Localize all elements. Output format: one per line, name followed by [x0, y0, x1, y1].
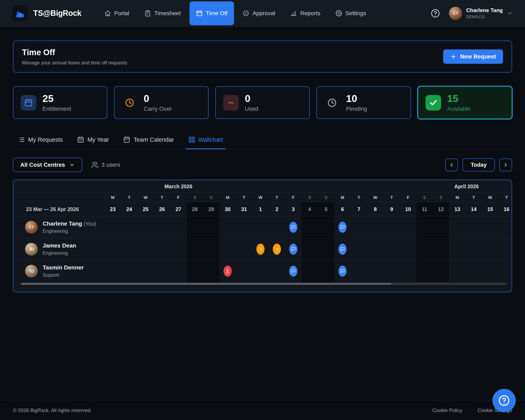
event-flag-badge[interactable] [338, 266, 347, 277]
help-circle-icon[interactable] [431, 9, 440, 18]
day-cell[interactable] [285, 216, 301, 238]
horizontal-scrollbar-thumb[interactable] [21, 283, 391, 285]
event-thermometer-badge[interactable] [224, 266, 232, 277]
event-flag-badge[interactable] [289, 244, 297, 255]
event-palm-badge[interactable] [273, 244, 281, 255]
tab-my-year[interactable]: My Year [75, 136, 111, 149]
day-cell[interactable] [187, 238, 203, 260]
day-cell[interactable] [170, 260, 187, 282]
day-cell[interactable] [400, 238, 416, 260]
day-cell[interactable] [121, 216, 137, 238]
day-cell[interactable] [384, 260, 400, 282]
day-cell[interactable] [301, 216, 318, 238]
day-cell[interactable] [137, 238, 154, 260]
day-cell[interactable] [400, 216, 416, 238]
day-cell[interactable] [236, 260, 252, 282]
stat-card-entitlement[interactable]: 25Entitlement [13, 86, 107, 119]
day-cell[interactable] [219, 216, 236, 238]
day-cell[interactable] [334, 260, 351, 282]
day-cell[interactable] [433, 260, 449, 282]
event-palm-badge[interactable] [256, 244, 264, 255]
day-cell[interactable] [466, 238, 482, 260]
day-cell[interactable] [137, 216, 154, 238]
day-cell[interactable] [498, 238, 512, 260]
day-cell[interactable] [187, 216, 203, 238]
day-cell[interactable] [498, 216, 512, 238]
nav-item-approval[interactable]: Approval [236, 1, 282, 25]
day-cell[interactable] [269, 216, 285, 238]
day-cell[interactable] [416, 260, 433, 282]
day-cell[interactable] [334, 238, 351, 260]
event-flag-badge[interactable] [338, 222, 347, 233]
day-cell[interactable] [351, 238, 367, 260]
day-cell[interactable] [269, 260, 285, 282]
day-cell[interactable] [203, 238, 219, 260]
tab-wallchart[interactable]: Wallchart [186, 136, 225, 149]
day-cell[interactable] [367, 238, 384, 260]
day-cell[interactable] [367, 260, 384, 282]
day-cell[interactable] [154, 260, 170, 282]
day-cell[interactable] [449, 260, 466, 282]
day-cell[interactable] [466, 216, 482, 238]
day-cell[interactable] [334, 216, 351, 238]
day-cell[interactable] [318, 260, 334, 282]
stat-card-carry-over[interactable]: 0Carry Over [114, 86, 208, 119]
day-cell[interactable] [301, 238, 318, 260]
nav-item-settings[interactable]: Settings [329, 1, 373, 25]
day-cell[interactable] [236, 216, 252, 238]
day-cell[interactable] [236, 238, 252, 260]
day-cell[interactable] [433, 216, 449, 238]
day-cell[interactable] [252, 260, 269, 282]
cookie-policy-link[interactable]: Cookie Policy [432, 408, 462, 413]
day-cell[interactable] [384, 216, 400, 238]
stat-card-pending[interactable]: 10Pending [316, 86, 411, 119]
event-flag-badge[interactable] [289, 266, 297, 277]
prev-period-button[interactable] [445, 159, 458, 171]
day-cell[interactable] [252, 238, 269, 260]
nav-item-time-off[interactable]: Time Off [189, 1, 234, 25]
day-cell[interactable] [170, 238, 187, 260]
day-cell[interactable] [203, 216, 219, 238]
nav-item-timesheet[interactable]: Timesheet [138, 1, 188, 25]
day-cell[interactable] [416, 216, 433, 238]
day-cell[interactable] [318, 216, 334, 238]
day-cell[interactable] [433, 238, 449, 260]
day-cell[interactable] [498, 260, 512, 282]
day-cell[interactable] [252, 216, 269, 238]
day-cell[interactable] [219, 238, 236, 260]
day-cell[interactable] [285, 238, 301, 260]
day-cell[interactable] [384, 238, 400, 260]
day-cell[interactable] [449, 238, 466, 260]
day-cell[interactable] [482, 216, 498, 238]
day-cell[interactable] [367, 216, 384, 238]
day-cell[interactable] [449, 216, 466, 238]
day-cell[interactable] [170, 216, 187, 238]
nav-item-reports[interactable]: Reports [284, 1, 327, 25]
day-cell[interactable] [466, 260, 482, 282]
event-flag-badge[interactable] [289, 222, 297, 233]
cost-centre-dropdown[interactable]: All Cost Centres [13, 158, 82, 172]
stat-card-used[interactable]: 0Used [215, 86, 310, 119]
day-cell[interactable] [318, 238, 334, 260]
day-cell[interactable] [219, 260, 236, 282]
day-cell[interactable] [482, 260, 498, 282]
stat-card-available[interactable]: 15Available [418, 86, 512, 119]
event-flag-badge[interactable] [338, 244, 347, 255]
day-cell[interactable] [137, 260, 154, 282]
nav-item-portal[interactable]: Portal [98, 1, 136, 25]
user-menu[interactable]: CT Charlene Tang DEMOCO [449, 7, 513, 20]
day-cell[interactable] [105, 216, 121, 238]
day-cell[interactable] [203, 260, 219, 282]
day-cell[interactable] [105, 260, 121, 282]
day-cell[interactable] [154, 216, 170, 238]
day-cell[interactable] [285, 260, 301, 282]
day-cell[interactable] [351, 260, 367, 282]
new-request-button[interactable]: New Request [443, 49, 503, 64]
tab-team-calendar[interactable]: Team Calendar [121, 136, 176, 149]
day-cell[interactable] [351, 216, 367, 238]
day-cell[interactable] [154, 238, 170, 260]
day-cell[interactable] [121, 260, 137, 282]
day-cell[interactable] [416, 238, 433, 260]
day-cell[interactable] [482, 238, 498, 260]
day-cell[interactable] [301, 260, 318, 282]
